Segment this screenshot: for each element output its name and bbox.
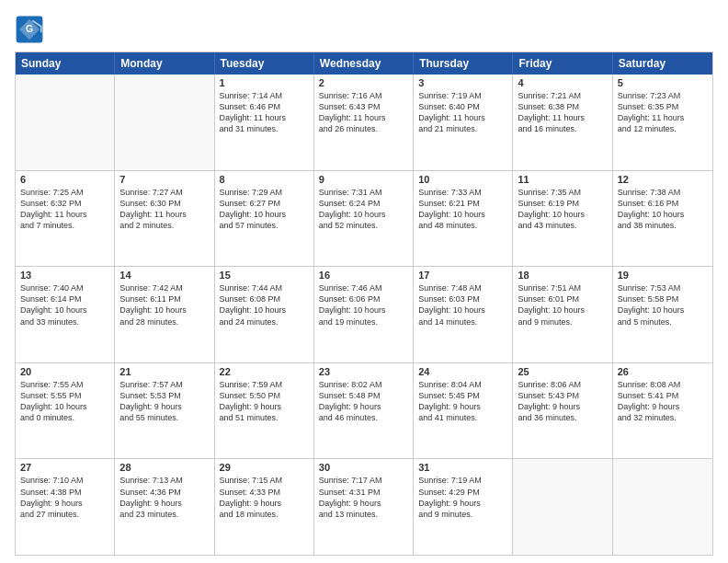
week-row-2: 6Sunrise: 7:25 AM Sunset: 6:32 PM Daylig… — [16, 170, 712, 267]
day-cell-6: 6Sunrise: 7:25 AM Sunset: 6:32 PM Daylig… — [16, 171, 115, 267]
day-number: 4 — [518, 77, 607, 88]
day-cell-12: 12Sunrise: 7:38 AM Sunset: 6:16 PM Dayli… — [613, 171, 712, 267]
day-info: Sunrise: 7:29 AM Sunset: 6:27 PM Dayligh… — [220, 187, 309, 232]
empty-cell — [16, 75, 115, 170]
day-cell-18: 18Sunrise: 7:51 AM Sunset: 6:01 PM Dayli… — [513, 267, 612, 362]
day-info: Sunrise: 7:46 AM Sunset: 6:06 PM Dayligh… — [319, 282, 408, 327]
day-info: Sunrise: 7:14 AM Sunset: 6:46 PM Dayligh… — [220, 90, 309, 135]
day-info: Sunrise: 7:38 AM Sunset: 6:16 PM Dayligh… — [618, 187, 708, 232]
day-cell-10: 10Sunrise: 7:33 AM Sunset: 6:21 PM Dayli… — [414, 171, 513, 267]
day-info: Sunrise: 8:02 AM Sunset: 5:48 PM Dayligh… — [319, 379, 408, 424]
day-cell-7: 7Sunrise: 7:27 AM Sunset: 6:30 PM Daylig… — [115, 171, 214, 267]
page: G SundayMondayTuesdayWednesdayThursdayFr… — [0, 0, 728, 563]
day-info: Sunrise: 7:55 AM Sunset: 5:55 PM Dayligh… — [20, 379, 109, 424]
day-cell-14: 14Sunrise: 7:42 AM Sunset: 6:11 PM Dayli… — [115, 267, 214, 362]
header: G — [15, 15, 713, 44]
day-number: 29 — [220, 462, 309, 473]
day-cell-22: 22Sunrise: 7:59 AM Sunset: 5:50 PM Dayli… — [215, 363, 314, 459]
day-number: 3 — [418, 77, 507, 88]
day-info: Sunrise: 7:17 AM Sunset: 4:31 PM Dayligh… — [319, 475, 408, 520]
day-cell-29: 29Sunrise: 7:15 AM Sunset: 4:33 PM Dayli… — [215, 459, 314, 555]
day-info: Sunrise: 7:25 AM Sunset: 6:32 PM Dayligh… — [20, 187, 109, 232]
empty-cell — [513, 459, 612, 555]
day-number: 6 — [20, 174, 109, 185]
day-number: 26 — [618, 366, 708, 377]
header-day-saturday: Saturday — [613, 52, 712, 75]
day-cell-19: 19Sunrise: 7:53 AM Sunset: 5:58 PM Dayli… — [613, 267, 712, 362]
day-info: Sunrise: 7:44 AM Sunset: 6:08 PM Dayligh… — [220, 282, 309, 327]
day-cell-3: 3Sunrise: 7:19 AM Sunset: 6:40 PM Daylig… — [414, 75, 513, 170]
day-number: 12 — [618, 174, 708, 185]
day-number: 24 — [418, 366, 507, 377]
day-info: Sunrise: 8:04 AM Sunset: 5:45 PM Dayligh… — [418, 379, 507, 424]
header-day-sunday: Sunday — [16, 52, 115, 75]
logo-icon: G — [15, 15, 44, 44]
day-cell-30: 30Sunrise: 7:17 AM Sunset: 4:31 PM Dayli… — [314, 459, 414, 555]
day-number: 18 — [518, 270, 607, 281]
day-number: 13 — [20, 270, 109, 281]
header-day-friday: Friday — [513, 52, 612, 75]
day-info: Sunrise: 7:19 AM Sunset: 6:40 PM Dayligh… — [418, 90, 507, 135]
day-number: 1 — [220, 77, 309, 88]
logo: G — [15, 15, 48, 44]
day-number: 5 — [618, 77, 708, 88]
day-info: Sunrise: 7:57 AM Sunset: 5:53 PM Dayligh… — [119, 379, 209, 424]
week-row-5: 27Sunrise: 7:10 AM Sunset: 4:38 PM Dayli… — [16, 458, 712, 555]
day-number: 11 — [518, 174, 607, 185]
day-number: 8 — [220, 174, 309, 185]
day-cell-24: 24Sunrise: 8:04 AM Sunset: 5:45 PM Dayli… — [414, 363, 513, 459]
day-cell-21: 21Sunrise: 7:57 AM Sunset: 5:53 PM Dayli… — [115, 363, 214, 459]
day-info: Sunrise: 7:33 AM Sunset: 6:21 PM Dayligh… — [418, 187, 507, 232]
day-number: 17 — [418, 270, 507, 281]
day-number: 28 — [119, 462, 209, 473]
day-cell-23: 23Sunrise: 8:02 AM Sunset: 5:48 PM Dayli… — [314, 363, 414, 459]
day-number: 23 — [319, 366, 408, 377]
day-number: 27 — [20, 462, 109, 473]
calendar-header: SundayMondayTuesdayWednesdayThursdayFrid… — [16, 52, 712, 75]
header-day-monday: Monday — [115, 52, 214, 75]
day-cell-31: 31Sunrise: 7:19 AM Sunset: 4:29 PM Dayli… — [414, 459, 513, 555]
day-number: 21 — [119, 366, 209, 377]
day-info: Sunrise: 7:15 AM Sunset: 4:33 PM Dayligh… — [220, 475, 309, 520]
day-info: Sunrise: 7:40 AM Sunset: 6:14 PM Dayligh… — [20, 282, 109, 327]
day-cell-8: 8Sunrise: 7:29 AM Sunset: 6:27 PM Daylig… — [215, 171, 314, 267]
day-info: Sunrise: 7:42 AM Sunset: 6:11 PM Dayligh… — [119, 282, 209, 327]
day-info: Sunrise: 7:35 AM Sunset: 6:19 PM Dayligh… — [518, 187, 607, 232]
day-info: Sunrise: 8:08 AM Sunset: 5:41 PM Dayligh… — [618, 379, 708, 424]
day-number: 30 — [319, 462, 408, 473]
header-day-thursday: Thursday — [414, 52, 513, 75]
day-info: Sunrise: 7:31 AM Sunset: 6:24 PM Dayligh… — [319, 187, 408, 232]
day-number: 7 — [119, 174, 209, 185]
day-number: 10 — [418, 174, 507, 185]
day-info: Sunrise: 7:13 AM Sunset: 4:36 PM Dayligh… — [119, 475, 209, 520]
day-info: Sunrise: 8:06 AM Sunset: 5:43 PM Dayligh… — [518, 379, 607, 424]
day-info: Sunrise: 7:23 AM Sunset: 6:35 PM Dayligh… — [618, 90, 708, 135]
day-info: Sunrise: 7:16 AM Sunset: 6:43 PM Dayligh… — [319, 90, 408, 135]
day-cell-16: 16Sunrise: 7:46 AM Sunset: 6:06 PM Dayli… — [314, 267, 414, 362]
day-cell-5: 5Sunrise: 7:23 AM Sunset: 6:35 PM Daylig… — [613, 75, 712, 170]
day-cell-4: 4Sunrise: 7:21 AM Sunset: 6:38 PM Daylig… — [513, 75, 612, 170]
day-cell-26: 26Sunrise: 8:08 AM Sunset: 5:41 PM Dayli… — [613, 363, 712, 459]
week-row-4: 20Sunrise: 7:55 AM Sunset: 5:55 PM Dayli… — [16, 362, 712, 459]
day-number: 2 — [319, 77, 408, 88]
day-info: Sunrise: 7:53 AM Sunset: 5:58 PM Dayligh… — [618, 282, 708, 327]
day-cell-25: 25Sunrise: 8:06 AM Sunset: 5:43 PM Dayli… — [513, 363, 612, 459]
week-row-1: 1Sunrise: 7:14 AM Sunset: 6:46 PM Daylig… — [16, 75, 712, 170]
day-cell-27: 27Sunrise: 7:10 AM Sunset: 4:38 PM Dayli… — [16, 459, 115, 555]
calendar: SundayMondayTuesdayWednesdayThursdayFrid… — [15, 52, 713, 556]
header-day-wednesday: Wednesday — [314, 52, 414, 75]
day-cell-20: 20Sunrise: 7:55 AM Sunset: 5:55 PM Dayli… — [16, 363, 115, 459]
day-number: 19 — [618, 270, 708, 281]
day-number: 22 — [220, 366, 309, 377]
day-info: Sunrise: 7:51 AM Sunset: 6:01 PM Dayligh… — [518, 282, 607, 327]
day-cell-2: 2Sunrise: 7:16 AM Sunset: 6:43 PM Daylig… — [314, 75, 414, 170]
day-cell-17: 17Sunrise: 7:48 AM Sunset: 6:03 PM Dayli… — [414, 267, 513, 362]
day-info: Sunrise: 7:48 AM Sunset: 6:03 PM Dayligh… — [418, 282, 507, 327]
day-number: 31 — [418, 462, 507, 473]
empty-cell — [115, 75, 214, 170]
week-row-3: 13Sunrise: 7:40 AM Sunset: 6:14 PM Dayli… — [16, 266, 712, 362]
day-cell-11: 11Sunrise: 7:35 AM Sunset: 6:19 PM Dayli… — [513, 171, 612, 267]
day-info: Sunrise: 7:59 AM Sunset: 5:50 PM Dayligh… — [220, 379, 309, 424]
day-info: Sunrise: 7:27 AM Sunset: 6:30 PM Dayligh… — [119, 187, 209, 232]
day-info: Sunrise: 7:10 AM Sunset: 4:38 PM Dayligh… — [20, 475, 109, 520]
